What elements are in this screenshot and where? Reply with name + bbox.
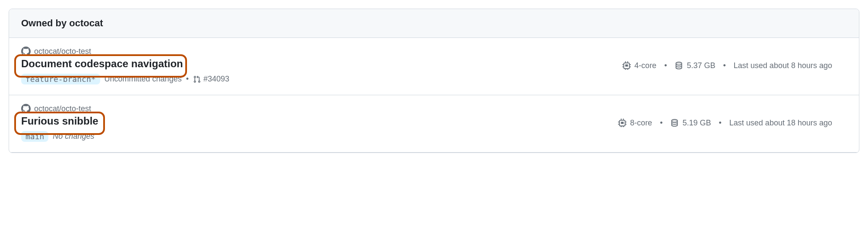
repo-line: octocat/octo-test	[21, 104, 98, 113]
pr-number: #34093	[203, 75, 229, 84]
last-used: Last used about 18 hours ago	[729, 119, 832, 128]
database-icon	[670, 119, 679, 127]
codespace-meta: 8-core • 5.19 GB • Last used about 18 ho…	[618, 119, 847, 128]
storage-size: 5.19 GB	[670, 119, 711, 128]
commit-status: No changes	[53, 132, 94, 141]
panel-header-title: Owned by octocat	[21, 18, 103, 28]
last-used: Last used about 8 hours ago	[734, 61, 832, 70]
codespace-meta: 4-core • 5.37 GB • Last used about 8 hou…	[622, 61, 847, 70]
separator-dot: •	[723, 61, 726, 70]
machine-type: 8-core	[618, 119, 652, 128]
cpu-icon	[618, 119, 627, 127]
codespaces-panel: Owned by octocat octocat/octo-test Docum…	[9, 9, 859, 153]
machine-type: 4-core	[622, 61, 656, 70]
cpu-icon	[622, 61, 631, 70]
separator-dot: •	[664, 61, 667, 70]
codespace-name[interactable]: Furious snibble	[21, 114, 98, 128]
commit-status: Uncommitted changes	[105, 75, 182, 84]
repo-name[interactable]: octocat/octo-test	[34, 104, 91, 113]
separator-dot: •	[660, 119, 662, 128]
branch-chip[interactable]: main	[21, 131, 48, 142]
codespace-left: octocat/octo-test Furious snibble main N…	[21, 104, 98, 142]
owner-avatar-icon	[21, 104, 31, 113]
owner-avatar-icon	[21, 47, 31, 56]
status-line: feature-branch* Uncommitted changes • #3…	[21, 74, 229, 84]
codespace-row: octocat/octo-test Document codespace nav…	[9, 38, 859, 95]
branch-chip[interactable]: feature-branch*	[21, 74, 100, 84]
codespace-name[interactable]: Document codespace navigation	[21, 57, 229, 70]
codespace-actions-menu[interactable]	[840, 64, 847, 67]
codespace-row: octocat/octo-test Furious snibble main N…	[9, 95, 859, 153]
pr-reference[interactable]: #34093	[193, 75, 229, 84]
panel-header: Owned by octocat	[9, 9, 859, 38]
repo-line: octocat/octo-test	[21, 47, 229, 56]
separator-dot: •	[186, 75, 189, 84]
git-pull-request-icon	[193, 75, 201, 83]
separator-dot: •	[719, 119, 722, 128]
storage-size: 5.37 GB	[675, 61, 715, 70]
repo-name[interactable]: octocat/octo-test	[34, 47, 91, 56]
codespace-left: octocat/octo-test Document codespace nav…	[21, 47, 229, 84]
codespace-actions-menu[interactable]	[840, 121, 847, 125]
database-icon	[675, 61, 683, 70]
status-line: main No changes	[21, 131, 98, 142]
